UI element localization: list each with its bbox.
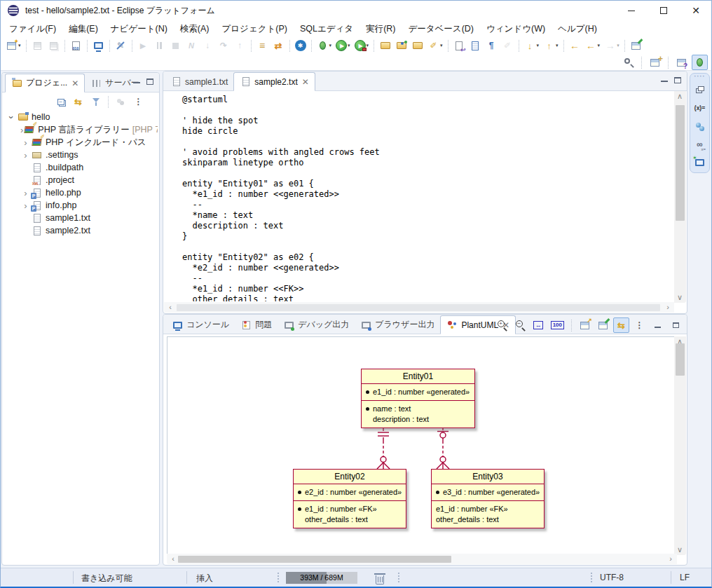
tab-コンソール[interactable]: コンソール	[166, 315, 235, 334]
menu-ヘルプ(H)[interactable]: ヘルプ(H)	[552, 22, 603, 36]
scrollbar-thumb[interactable]	[676, 105, 685, 221]
breakpoints-view-button[interactable]	[692, 119, 708, 133]
menu-ナビゲート(N)[interactable]: ナビゲート(N)	[104, 22, 174, 36]
dropdown-arrow-icon[interactable]: ▾	[598, 43, 601, 48]
back-button[interactable]: ▾	[583, 38, 603, 53]
tree-item-sample2.txt[interactable]: sample2.txt	[2, 224, 158, 237]
step-filters-button[interactable]	[271, 38, 287, 53]
maximize-button[interactable]	[668, 317, 684, 333]
dropdown-arrow-icon[interactable]: ▾	[440, 43, 443, 48]
menu-データベース(D)[interactable]: データベース(D)	[402, 22, 480, 36]
heap-status[interactable]: 393M / 689M	[286, 572, 357, 584]
filter-button[interactable]	[88, 94, 104, 109]
editor-code[interactable]: @startuml ' hide the spot hide circle ' …	[182, 95, 380, 301]
tree-item-hello[interactable]: ›hello	[2, 111, 158, 123]
entity-Entity02[interactable]: Entity02e2_id : number «generated»e1_id …	[293, 469, 406, 528]
tree-item-.buildpath[interactable]: .buildpath	[2, 161, 158, 174]
tab-問題[interactable]: 問題	[235, 315, 278, 334]
tab-sample1.txt[interactable]: sample1.txt	[165, 72, 233, 91]
menu-ウィンドウ(W)[interactable]: ウィンドウ(W)	[480, 22, 552, 36]
status-line-delimiter[interactable]: LF	[680, 573, 690, 582]
show-whitespace-button[interactable]	[484, 38, 500, 53]
scrollbar-thumb[interactable]	[676, 343, 685, 376]
dropdown-arrow-icon[interactable]: ▾	[537, 43, 540, 48]
entity-Entity01[interactable]: Entity01e1_id : number «generated»name :…	[361, 369, 475, 428]
debug-shell-view-button[interactable]	[692, 156, 708, 170]
dropdown-arrow-icon[interactable]: ▾	[348, 43, 350, 48]
no-edit-button[interactable]	[113, 38, 129, 53]
minimize-view-button[interactable]	[133, 81, 140, 83]
menu-編集(E)[interactable]: 編集(E)	[62, 22, 104, 36]
tab-sample2.txt[interactable]: sample2.txt✕	[233, 72, 315, 91]
next-annotation-button[interactable]: ▾	[522, 38, 542, 53]
profile-button[interactable]: ▾	[352, 38, 371, 53]
twistie-icon[interactable]: ›	[20, 151, 31, 160]
editor-horizontal-scrollbar[interactable]: ‹ ›	[164, 302, 674, 313]
close-window-button[interactable]: ✕	[680, 0, 712, 21]
show-console-button[interactable]	[90, 38, 107, 53]
link-with-editor-button[interactable]	[613, 317, 629, 333]
menu-プロジェクト(P)[interactable]: プロジェクト(P)	[216, 22, 294, 36]
tree-item-hello.php[interactable]: ›hello.php	[2, 186, 158, 199]
open-perspective-button[interactable]	[647, 55, 663, 70]
view-menu-button[interactable]	[130, 94, 146, 109]
tab-ブラウザー出力[interactable]: ブラウザー出力	[355, 315, 440, 334]
menu-SQLエディタ[interactable]: SQLエディタ	[294, 22, 360, 36]
search-button[interactable]	[620, 55, 636, 70]
zoom-in-button[interactable]	[494, 317, 510, 333]
twistie-icon[interactable]: ›	[20, 189, 31, 198]
maximize-view-button[interactable]	[146, 78, 153, 85]
menu-実行(R)[interactable]: 実行(R)	[360, 22, 402, 36]
tree-item-.settings[interactable]: ›.settings	[2, 149, 158, 161]
sql-preferences-button[interactable]	[293, 38, 308, 53]
minimize-window-button[interactable]	[615, 0, 648, 21]
back-to-last-edit-button[interactable]	[567, 38, 583, 53]
close-tab-icon[interactable]: ✕	[71, 79, 78, 88]
restore-view-button[interactable]	[692, 83, 708, 97]
variables-view-button[interactable]: (x)=	[692, 101, 708, 115]
perspective-debug-button[interactable]	[692, 55, 708, 70]
new-wizard-button[interactable]: ▾	[4, 38, 23, 53]
binary-editor-button[interactable]	[68, 38, 84, 53]
tab-プロジェ...[interactable]: プロジェ...✕	[5, 74, 85, 93]
tree-item-.project[interactable]: .project	[2, 174, 158, 186]
tree-item-info.php[interactable]: ›info.php	[2, 199, 158, 212]
debug-button[interactable]: ▾	[315, 38, 334, 53]
minimize-editor-button[interactable]	[661, 80, 668, 82]
tree-item-PHP 言語ライブラリー[interactable]: ›PHP 言語ライブラリー[PHP 7.3]	[2, 123, 158, 136]
previous-annotation-button[interactable]: ▾	[541, 38, 561, 53]
scroll-left-icon[interactable]: ‹	[166, 303, 174, 311]
twistie-icon[interactable]: ›	[20, 201, 31, 210]
minimize-button[interactable]	[650, 317, 666, 333]
expressions-view-button[interactable]	[692, 137, 708, 151]
menu-検索(A)[interactable]: 検索(A)	[174, 22, 216, 36]
close-tab-icon[interactable]: ✕	[302, 78, 309, 86]
twistie-icon[interactable]: ›	[20, 138, 31, 147]
scrollbar-thumb[interactable]	[177, 304, 660, 311]
maximize-window-button[interactable]	[648, 0, 680, 21]
view-menu-button[interactable]	[631, 317, 648, 333]
open-file-button[interactable]	[377, 38, 393, 53]
twistie-icon[interactable]: ›	[7, 112, 16, 123]
open-folder-button[interactable]	[409, 38, 425, 53]
perspective-php-button[interactable]	[673, 55, 690, 70]
diagram-horizontal-scrollbar[interactable]: ‹ ›	[167, 554, 677, 564]
collapse-all-button[interactable]	[53, 94, 69, 109]
menu-ファイル(F)[interactable]: ファイル(F)	[3, 22, 62, 36]
zoom-out-button[interactable]	[512, 317, 528, 333]
scroll-right-icon[interactable]: ›	[664, 303, 672, 311]
dropdown-arrow-icon[interactable]: ▾	[617, 43, 619, 48]
new-editor-window-button[interactable]	[628, 38, 644, 53]
zoom-100-button[interactable]: 100	[549, 317, 566, 333]
dropdown-arrow-icon[interactable]: ▾	[329, 43, 332, 48]
maximize-editor-button[interactable]	[674, 77, 681, 83]
entity-Entity03[interactable]: Entity03e3_id : number «generated»e1_id …	[431, 469, 545, 528]
pin-view-button[interactable]	[595, 317, 611, 333]
run-button[interactable]: ▾	[334, 38, 352, 53]
dropdown-arrow-icon[interactable]: ▾	[367, 43, 369, 48]
status-encoding[interactable]: UTF-8	[600, 573, 624, 582]
tab-デバッグ出力[interactable]: デバッグ出力	[278, 315, 355, 334]
scroll-down-icon[interactable]: ∨	[676, 294, 684, 301]
last-edit-location-button[interactable]	[451, 38, 467, 53]
scroll-up-icon[interactable]: ∧	[676, 93, 684, 100]
